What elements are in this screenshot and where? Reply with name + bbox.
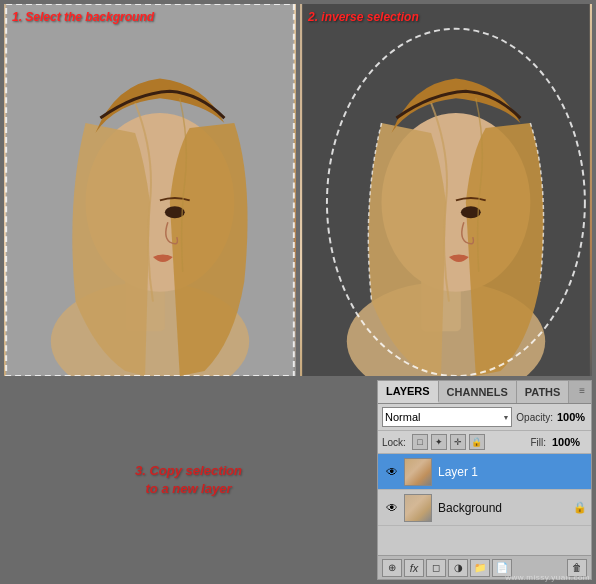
lock-label: Lock: [382, 437, 406, 448]
opacity-label: Opacity: [516, 412, 553, 423]
new-group-btn[interactable]: 📁 [470, 559, 490, 577]
bottom-section: 3. Copy selectionto a new layer LAYERS C… [0, 380, 596, 584]
tab-channels[interactable]: CHANNELS [439, 381, 517, 403]
images-row: 1. Select the background [0, 0, 596, 380]
blend-row: Normal Dissolve Multiply Screen Overlay … [378, 404, 591, 431]
right-image-panel: 2. inverse selection [300, 4, 592, 376]
left-portrait [4, 4, 296, 376]
lock-icons: □ ✦ ✛ 🔒 [412, 434, 485, 450]
blend-mode-wrapper: Normal Dissolve Multiply Screen Overlay [382, 407, 512, 427]
fill-value: 100% [552, 436, 587, 448]
background-lock-icon: 🔒 [573, 501, 587, 514]
opacity-value: 100% [557, 411, 587, 423]
layer-item-layer1[interactable]: 👁 Layer 1 [378, 454, 591, 490]
main-container: 1. Select the background [0, 0, 596, 584]
lock-position-btn[interactable]: ✛ [450, 434, 466, 450]
lock-pixels-btn[interactable]: ✦ [431, 434, 447, 450]
step-1-label: 1. Select the background [12, 10, 154, 24]
link-layers-btn[interactable]: ⊕ [382, 559, 402, 577]
panel-menu-icon[interactable]: ≡ [573, 381, 591, 403]
adjustment-btn[interactable]: ◑ [448, 559, 468, 577]
layer1-name: Layer 1 [438, 465, 587, 479]
background-thumb-image [405, 495, 431, 521]
background-visibility-icon[interactable]: 👁 [382, 498, 402, 518]
blend-mode-select[interactable]: Normal Dissolve Multiply Screen Overlay [382, 407, 512, 427]
step-3-label: 3. Copy selectionto a new layer [135, 462, 242, 498]
watermark: www.missy.yuan.com [505, 573, 590, 582]
right-portrait-svg [300, 4, 592, 376]
layer1-visibility-icon[interactable]: 👁 [382, 462, 402, 482]
layers-panel: LAYERS CHANNELS PATHS ≡ Normal Dissolve … [377, 380, 592, 580]
layer-item-background[interactable]: 👁 Background 🔒 [378, 490, 591, 526]
lock-transparent-btn[interactable]: □ [412, 434, 428, 450]
tab-paths[interactable]: PATHS [517, 381, 570, 403]
fill-label: Fill: [530, 437, 546, 448]
background-name: Background [438, 501, 573, 515]
step-2-label: 2. inverse selection [308, 10, 419, 24]
step-3-area: 3. Copy selectionto a new layer [4, 380, 373, 580]
left-image-panel: 1. Select the background [4, 4, 296, 376]
left-portrait-svg [4, 4, 296, 376]
layer1-thumbnail [404, 458, 432, 486]
layer1-thumb-image [405, 459, 431, 485]
tabs-row: LAYERS CHANNELS PATHS ≡ [378, 381, 591, 404]
lock-all-btn[interactable]: 🔒 [469, 434, 485, 450]
mask-btn[interactable]: ◻ [426, 559, 446, 577]
layers-list: 👁 Layer 1 👁 Background 🔒 [378, 454, 591, 555]
tab-layers[interactable]: LAYERS [378, 381, 439, 403]
right-portrait [300, 4, 592, 376]
background-thumbnail [404, 494, 432, 522]
lock-row: Lock: □ ✦ ✛ 🔒 Fill: 100% [378, 431, 591, 454]
layer-style-btn[interactable]: fx [404, 559, 424, 577]
